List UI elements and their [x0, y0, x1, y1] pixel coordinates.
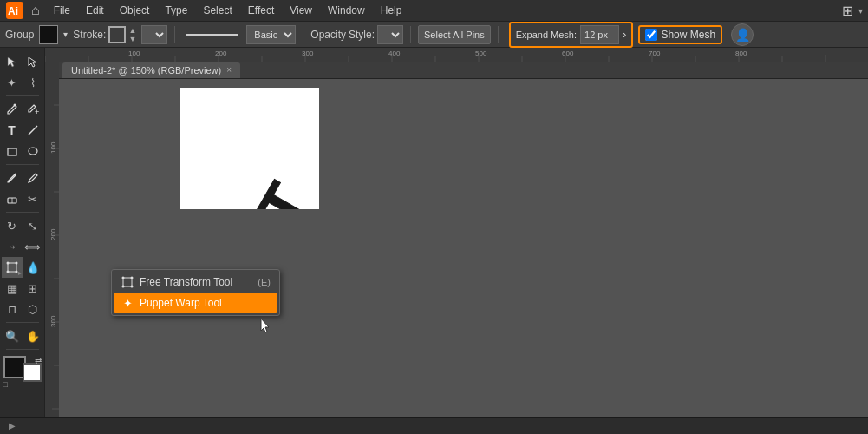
svg-line-4: [29, 126, 37, 135]
svg-point-11: [15, 262, 17, 265]
puppet-warp-menu-item[interactable]: ✦ Puppet Warp Tool: [114, 293, 277, 313]
expand-mesh-arrow[interactable]: ›: [623, 28, 626, 41]
tool-row-type: T: [2, 120, 43, 141]
add-anchor-tool[interactable]: +: [23, 99, 43, 120]
menu-select[interactable]: Select: [196, 3, 238, 18]
show-mesh-section: Show Mesh: [638, 25, 722, 44]
menu-file[interactable]: File: [47, 3, 77, 18]
stroke-line: [186, 34, 238, 36]
divider3: [410, 26, 411, 43]
stroke-label: Stroke:: [73, 29, 106, 41]
stroke-color[interactable]: [108, 26, 126, 43]
magic-wand-tool[interactable]: ✦: [2, 72, 23, 93]
paintbrush-tool[interactable]: [2, 168, 23, 188]
free-transform-menu-item[interactable]: Free Transform Tool (E): [114, 272, 277, 293]
svg-point-2: [13, 104, 16, 107]
background-color[interactable]: [23, 363, 42, 382]
svg-rect-9: [8, 263, 16, 272]
eyedropper-tool[interactable]: 💧: [23, 257, 43, 278]
warp-tool[interactable]: ⤷: [2, 236, 23, 257]
stroke-control: Stroke: ▲▼: [73, 26, 136, 43]
direct-selection-tool[interactable]: [23, 51, 43, 72]
group-label: Group: [5, 29, 34, 41]
selection-tool[interactable]: [2, 51, 23, 72]
menu-items: File Edit Object Type Select Effect View…: [47, 3, 409, 18]
menu-edit[interactable]: Edit: [79, 3, 111, 18]
tab-bar: Untitled-2* @ 150% (RGB/Preview) ×: [59, 62, 868, 79]
tool-row-blend: ▸ 💧: [2, 257, 43, 278]
mesh-tool[interactable]: ⊞: [23, 278, 43, 299]
document-tab[interactable]: Untitled-2* @ 150% (RGB/Preview) ×: [62, 62, 240, 78]
user-icon: 👤: [735, 28, 750, 42]
pen-tool[interactable]: [2, 99, 23, 120]
tool-row-zoom: 🔍 ✋: [2, 326, 43, 346]
tab-close-button[interactable]: ×: [226, 65, 232, 75]
expand-mesh-input[interactable]: [580, 25, 619, 44]
svg-text:300: 300: [49, 315, 57, 327]
menu-help[interactable]: Help: [374, 3, 409, 18]
scissors-tool[interactable]: ✂: [23, 188, 43, 209]
toolbox: ✦ ⌇ + T: [0, 48, 45, 417]
canvas-area: 100 200 300 400 500 600 700 800: [45, 48, 868, 417]
stroke-up-arrow[interactable]: ▲▼: [128, 26, 136, 43]
cursor-indicator: [258, 317, 275, 339]
stroke-weight-select[interactable]: [141, 25, 167, 44]
svg-text:600: 600: [562, 49, 574, 57]
expand-mesh-section: Expand Mesh: ›: [509, 22, 634, 48]
line-tool[interactable]: [23, 120, 43, 141]
fill-color-box[interactable]: [39, 25, 58, 44]
menu-effect[interactable]: Effect: [241, 3, 281, 18]
live-paint-tool[interactable]: ⬡: [23, 299, 43, 319]
shape-builder-tool[interactable]: ⊓: [2, 299, 23, 319]
select-all-pins-btn[interactable]: Select All Pins: [418, 25, 491, 44]
scale-tool[interactable]: ⤡: [23, 215, 43, 236]
home-icon[interactable]: ⌂: [31, 3, 40, 18]
default-colors-icon[interactable]: □: [3, 380, 8, 389]
menu-type[interactable]: Type: [158, 3, 194, 18]
tool-row-shape: ⊓ ⬡: [2, 299, 43, 319]
workspace-icon[interactable]: ⊞: [842, 3, 853, 19]
type-tool[interactable]: T: [2, 120, 23, 141]
gradient-tool[interactable]: ▦: [2, 278, 23, 299]
menu-view[interactable]: View: [283, 3, 319, 18]
menu-window[interactable]: Window: [321, 3, 372, 18]
rotate-tool[interactable]: ↻: [2, 215, 23, 236]
page-background: [180, 88, 319, 209]
status-text: ▶: [9, 421, 16, 431]
puppet-warp-canvas[interactable]: P U P PUPPET WARP: [59, 79, 319, 209]
swap-colors-icon[interactable]: ⇄: [35, 356, 42, 365]
ellipse-tool[interactable]: [23, 141, 43, 161]
basic-select[interactable]: Basic: [246, 25, 296, 44]
ruler-vertical: 100 200 300: [45, 62, 59, 417]
eraser-tool[interactable]: [2, 188, 23, 209]
app-logo: Ai: [5, 1, 24, 20]
svg-rect-125: [123, 278, 132, 286]
pencil-tool[interactable]: [23, 168, 43, 188]
width-tool[interactable]: ⟺: [23, 236, 43, 257]
show-mesh-checkbox[interactable]: [645, 29, 657, 41]
select-all-pins-label: Select All Pins: [424, 30, 485, 40]
tool-divider2: [6, 164, 39, 165]
rectangle-tool[interactable]: [2, 141, 23, 161]
style-label: Style:: [349, 29, 375, 41]
tool-divider5: [6, 349, 39, 350]
menu-bar: Ai ⌂ File Edit Object Type Select Effect…: [0, 0, 868, 22]
hand-tool[interactable]: ✋: [23, 326, 43, 346]
tool-row-rotate: ↻ ⤡: [2, 215, 43, 236]
user-avatar[interactable]: 👤: [731, 23, 754, 46]
lasso-tool[interactable]: ⌇: [23, 72, 43, 93]
svg-point-128: [122, 286, 125, 288]
svg-point-6: [29, 148, 37, 155]
free-transform-tool[interactable]: ▸: [2, 257, 23, 278]
svg-text:100: 100: [49, 141, 57, 154]
svg-text:700: 700: [649, 49, 661, 57]
zoom-tool[interactable]: 🔍: [2, 326, 23, 346]
main-area: ✦ ⌇ + T: [0, 48, 868, 417]
style-select[interactable]: [377, 25, 403, 44]
fill-dropdown-arrow[interactable]: ▾: [63, 30, 68, 39]
svg-point-129: [131, 286, 134, 288]
free-transform-label: Free Transform Tool: [140, 276, 232, 288]
menu-object[interactable]: Object: [113, 3, 157, 18]
svg-text:100: 100: [128, 49, 140, 57]
workspace-dropdown-arrow[interactable]: ▾: [858, 6, 863, 16]
